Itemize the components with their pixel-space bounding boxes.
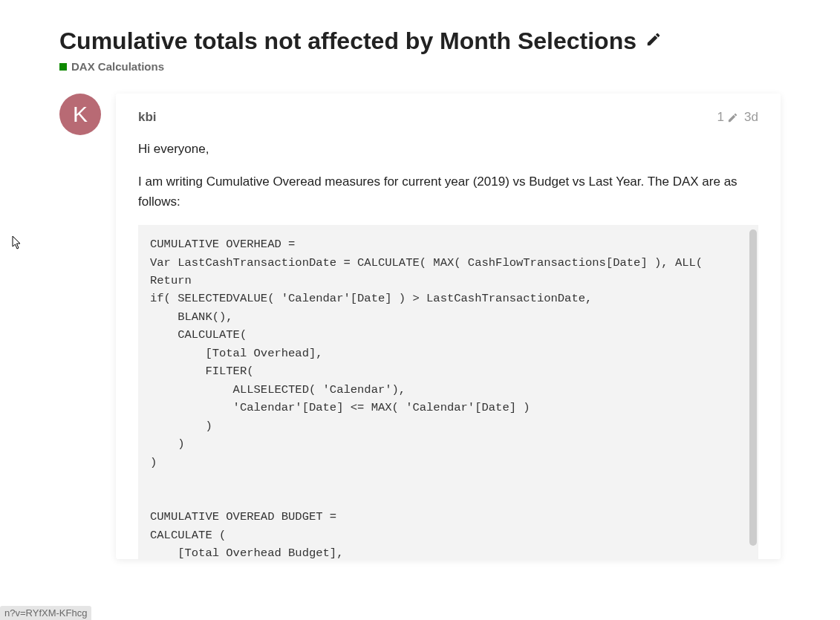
topic-header: Cumulative totals not affected by Month … (59, 26, 781, 73)
post-body: Hi everyone, I am writing Cumulative Ove… (138, 140, 758, 559)
category-color-chip (59, 63, 67, 71)
post-author[interactable]: kbi (138, 110, 157, 125)
category-badge[interactable]: DAX Calculations (59, 60, 781, 73)
status-bar-stub: n?v=RYfXM-KFhcg (0, 606, 91, 620)
scrollbar-thumb[interactable] (749, 229, 757, 546)
edit-history-button[interactable]: 1 (717, 110, 738, 125)
post-paragraph: Hi everyone, (138, 140, 758, 159)
category-name: DAX Calculations (71, 60, 164, 73)
code-block-content: CUMULATIVE OVERHEAD = Var LastCashTransa… (150, 235, 746, 559)
avatar[interactable]: K (59, 94, 101, 135)
code-block: CUMULATIVE OVERHEAD = Var LastCashTransa… (138, 225, 758, 559)
post-card: kbi 1 3d Hi everyone, I am writing Cumul… (116, 94, 781, 559)
edit-count-value: 1 (717, 110, 724, 125)
post-paragraph: I am writing Cumulative Overead measures… (138, 172, 758, 212)
scrollbar[interactable] (749, 229, 757, 555)
edit-title-button[interactable] (645, 31, 662, 50)
post-age[interactable]: 3d (744, 110, 758, 125)
pencil-icon (645, 31, 662, 48)
topic-title: Cumulative totals not affected by Month … (59, 26, 636, 56)
pencil-icon (727, 112, 738, 123)
